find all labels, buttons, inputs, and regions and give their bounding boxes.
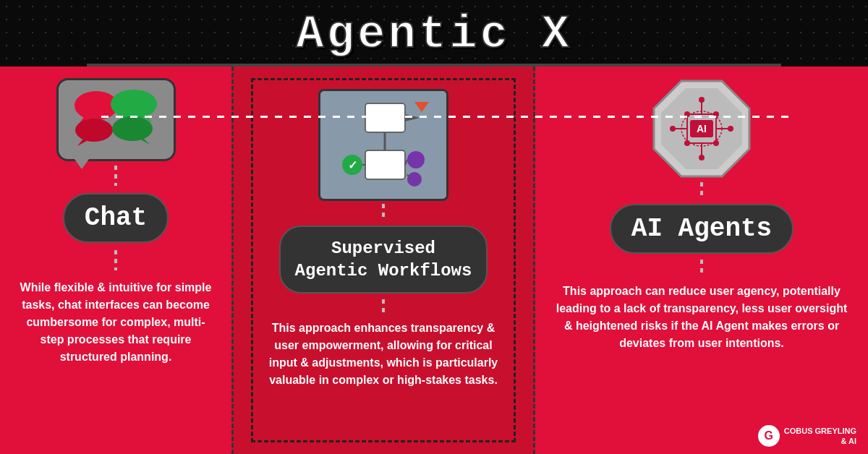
chat-bubbles-svg	[69, 85, 163, 154]
title-divider	[87, 64, 781, 67]
mid-dashed-v1	[382, 204, 385, 220]
workflow-svg: ✓	[329, 96, 438, 194]
chat-label: Chat	[63, 193, 169, 243]
workflow-icon-box: ✓	[318, 89, 448, 201]
ai-icon-container: AI	[651, 78, 752, 179]
left-dashed-v1	[114, 166, 117, 186]
svg-point-35	[713, 140, 719, 146]
middle-dashed-box: ✓ Supervised Agent	[251, 78, 516, 442]
chat-icon-box	[56, 78, 176, 161]
svg-point-2	[75, 119, 113, 142]
middle-description: This approach enhances transparency & us…	[262, 320, 505, 389]
right-description: This approach can reduce user agency, po…	[553, 283, 851, 352]
svg-text:AI: AI	[697, 123, 707, 134]
bubble-tail	[75, 159, 89, 169]
svg-point-32	[670, 126, 676, 132]
svg-marker-10	[414, 102, 429, 112]
ai-octagon-svg: AI	[651, 78, 752, 179]
svg-point-29	[699, 97, 705, 103]
svg-rect-8	[365, 103, 405, 132]
svg-point-33	[728, 126, 733, 132]
col-middle: ✓ Supervised Agent	[231, 67, 535, 454]
left-dashed-v2	[114, 250, 117, 270]
title-area: Agentic X	[0, 0, 868, 64]
left-description: While flexible & intuitive for simple ta…	[17, 279, 214, 366]
main-container: Agentic X	[0, 0, 868, 454]
svg-point-14	[407, 151, 425, 168]
columns-row: Chat While flexible & intuitive for simp…	[0, 67, 868, 454]
ai-agents-label: AI Agents	[610, 204, 793, 254]
svg-rect-11	[365, 150, 405, 179]
branding-logo: G	[758, 425, 780, 447]
svg-point-6	[112, 116, 153, 141]
col-right: AI AI Agents This approach can reduce us…	[535, 67, 868, 454]
svg-point-36	[699, 155, 705, 160]
svg-text:✓: ✓	[348, 159, 357, 171]
horizontal-connector	[101, 116, 796, 118]
page-title: Agentic X	[296, 9, 572, 61]
right-dashed-v1	[700, 182, 703, 198]
branding: G COBUS GREYLING & AI	[758, 425, 856, 447]
col-left: Chat While flexible & intuitive for simp…	[0, 67, 231, 454]
svg-point-4	[111, 90, 157, 119]
mid-dashed-v2	[382, 299, 385, 312]
branding-text: COBUS GREYLING & AI	[784, 426, 856, 447]
workflow-label: Supervised Agentic Workflows	[279, 226, 488, 294]
right-dashed-v2	[700, 260, 703, 275]
